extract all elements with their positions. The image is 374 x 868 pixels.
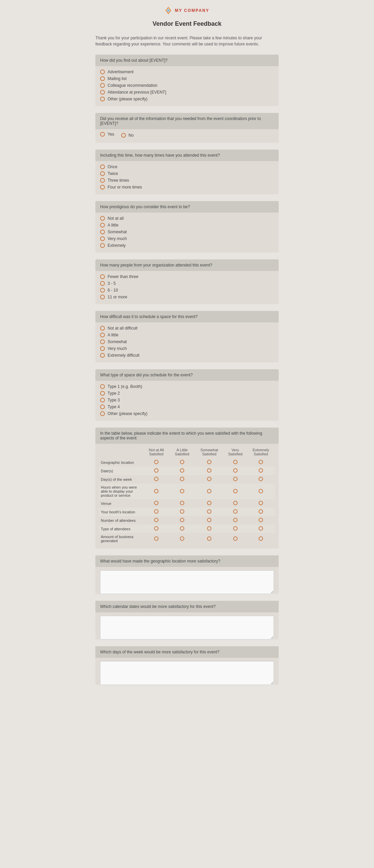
list-item[interactable]: Attendance at previous [EVENT] <box>100 90 274 95</box>
radio-icon[interactable] <box>180 526 184 531</box>
radio-icon[interactable] <box>180 509 184 514</box>
radio-icon[interactable] <box>233 460 238 464</box>
radio-cell[interactable] <box>194 516 224 525</box>
radio-icon[interactable] <box>233 526 238 531</box>
radio-icon[interactable] <box>207 477 211 481</box>
radio-icon[interactable] <box>100 83 105 88</box>
list-item[interactable]: Four or more times <box>100 185 274 190</box>
radio-cell[interactable] <box>143 508 170 516</box>
radio-icon[interactable] <box>100 398 105 402</box>
radio-icon[interactable] <box>100 411 105 416</box>
open-question-3-input[interactable] <box>100 661 274 685</box>
radio-icon[interactable] <box>100 274 105 279</box>
radio-icon[interactable] <box>180 468 184 473</box>
radio-icon[interactable] <box>207 468 211 473</box>
list-item[interactable]: Other (please specify) <box>100 411 274 416</box>
radio-icon[interactable] <box>100 333 105 337</box>
radio-icon[interactable] <box>154 489 158 493</box>
radio-cell[interactable] <box>170 525 194 533</box>
radio-cell[interactable] <box>194 458 224 467</box>
radio-icon[interactable] <box>259 489 263 493</box>
radio-icon[interactable] <box>154 468 158 473</box>
radio-icon[interactable] <box>100 281 105 286</box>
radio-icon[interactable] <box>100 346 105 351</box>
radio-cell[interactable] <box>246 533 275 545</box>
radio-cell[interactable] <box>224 525 247 533</box>
radio-cell[interactable] <box>143 475 170 484</box>
radio-icon[interactable] <box>100 223 105 228</box>
list-item[interactable]: Colleague recommendation <box>100 83 274 88</box>
radio-icon[interactable] <box>100 236 105 241</box>
list-item[interactable]: Type 4 <box>100 405 274 409</box>
radio-icon[interactable] <box>100 391 105 396</box>
list-item[interactable]: Yes <box>100 132 114 137</box>
radio-icon[interactable] <box>100 76 105 81</box>
radio-icon[interactable] <box>100 90 105 95</box>
radio-icon[interactable] <box>154 501 158 505</box>
radio-icon[interactable] <box>259 526 263 531</box>
radio-cell[interactable] <box>224 458 247 467</box>
radio-cell[interactable] <box>224 467 247 475</box>
radio-cell[interactable] <box>246 484 275 499</box>
list-item[interactable]: Three times <box>100 178 274 183</box>
radio-icon[interactable] <box>100 353 105 358</box>
list-item[interactable]: 3 - 5 <box>100 281 274 286</box>
radio-icon[interactable] <box>207 526 211 531</box>
radio-cell[interactable] <box>143 516 170 525</box>
radio-icon[interactable] <box>259 477 263 481</box>
radio-cell[interactable] <box>224 499 247 508</box>
radio-icon[interactable] <box>100 295 105 299</box>
list-item[interactable]: Not at all difficult <box>100 326 274 331</box>
radio-icon[interactable] <box>121 133 126 138</box>
radio-cell[interactable] <box>170 467 194 475</box>
radio-icon[interactable] <box>233 518 238 522</box>
radio-cell[interactable] <box>170 484 194 499</box>
radio-icon[interactable] <box>259 468 263 473</box>
radio-icon[interactable] <box>180 536 184 541</box>
radio-icon[interactable] <box>100 185 105 190</box>
radio-icon[interactable] <box>233 477 238 481</box>
radio-cell[interactable] <box>143 499 170 508</box>
radio-cell[interactable] <box>143 458 170 467</box>
radio-icon[interactable] <box>154 526 158 531</box>
radio-icon[interactable] <box>180 518 184 522</box>
radio-icon[interactable] <box>100 178 105 183</box>
radio-cell[interactable] <box>170 475 194 484</box>
radio-icon[interactable] <box>233 468 238 473</box>
radio-icon[interactable] <box>207 489 211 493</box>
radio-cell[interactable] <box>194 508 224 516</box>
radio-icon[interactable] <box>154 536 158 541</box>
radio-cell[interactable] <box>170 533 194 545</box>
radio-cell[interactable] <box>143 484 170 499</box>
radio-cell[interactable] <box>224 508 247 516</box>
radio-cell[interactable] <box>143 467 170 475</box>
radio-cell[interactable] <box>170 458 194 467</box>
list-item[interactable]: Extremely <box>100 243 274 248</box>
radio-icon[interactable] <box>100 216 105 221</box>
radio-cell[interactable] <box>246 516 275 525</box>
radio-icon[interactable] <box>259 460 263 464</box>
radio-icon[interactable] <box>233 489 238 493</box>
radio-cell[interactable] <box>194 484 224 499</box>
radio-icon[interactable] <box>154 477 158 481</box>
radio-icon[interactable] <box>180 460 184 464</box>
list-item[interactable]: Somewhat <box>100 230 274 234</box>
radio-icon[interactable] <box>207 536 211 541</box>
radio-cell[interactable] <box>194 475 224 484</box>
list-item[interactable]: No <box>121 132 134 139</box>
radio-icon[interactable] <box>154 460 158 464</box>
open-question-2-input[interactable] <box>100 616 274 639</box>
list-item[interactable]: Extremely difficult <box>100 353 274 358</box>
list-item[interactable]: Very much <box>100 236 274 241</box>
radio-icon[interactable] <box>259 536 263 541</box>
radio-cell[interactable] <box>170 516 194 525</box>
radio-cell[interactable] <box>246 499 275 508</box>
radio-cell[interactable] <box>194 467 224 475</box>
radio-cell[interactable] <box>246 525 275 533</box>
radio-cell[interactable] <box>246 508 275 516</box>
radio-cell[interactable] <box>194 499 224 508</box>
radio-icon[interactable] <box>100 70 105 74</box>
radio-cell[interactable] <box>224 516 247 525</box>
list-item[interactable]: Advertisement <box>100 70 274 74</box>
radio-cell[interactable] <box>224 484 247 499</box>
